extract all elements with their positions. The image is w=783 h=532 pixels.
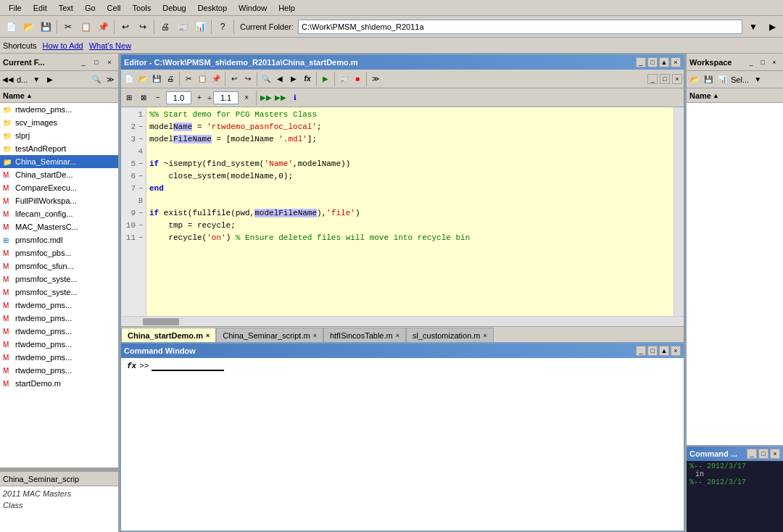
list-item[interactable]: M MAC_MastersC... (0, 220, 118, 233)
whats-new-link[interactable]: What's New (89, 41, 131, 50)
cut-editor-btn[interactable]: ✂ (182, 72, 195, 86)
tab-close-btn[interactable]: × (206, 332, 210, 339)
editor-restore-btn[interactable]: □ (647, 57, 658, 67)
list-item[interactable]: M FullPillWorkspa... (0, 194, 118, 207)
run-btn[interactable]: ▶ (319, 72, 332, 86)
list-item[interactable]: M China_startDe... (0, 168, 118, 181)
copy-editor-btn[interactable]: 📋 (196, 72, 209, 86)
list-item[interactable]: M pmsmfoc_syste... (0, 286, 118, 299)
nav-back-btn[interactable]: ◀◀ (1, 73, 14, 86)
h-scroll-thumb[interactable] (143, 318, 179, 325)
cmd-restore-btn[interactable]: □ (647, 346, 658, 356)
cut-btn[interactable]: ✂ (60, 19, 76, 35)
editor-v-scrollbar[interactable] (674, 107, 684, 316)
menu-edit[interactable]: Edit (28, 2, 53, 14)
save-editor-btn[interactable]: 💾 (150, 72, 163, 86)
list-item[interactable]: M lifecam_config... (0, 207, 118, 220)
undo-btn[interactable]: ↩ (117, 19, 133, 35)
cmd-minimize-btn[interactable]: _ (636, 346, 646, 356)
paste-editor-btn[interactable]: 📌 (210, 72, 223, 86)
back-editor-btn[interactable]: ◀ (273, 72, 286, 86)
workspace-minimize-btn[interactable]: _ (745, 57, 757, 68)
help-icon-btn[interactable]: ? (215, 19, 231, 35)
list-item[interactable]: M rtwdemo_pms... (0, 299, 118, 312)
publish-editor-btn[interactable]: 📰 (337, 72, 350, 86)
new-file-btn[interactable]: 📄 (3, 19, 19, 35)
menu-tools[interactable]: Tools (127, 2, 157, 14)
menu-debug[interactable]: Debug (157, 2, 191, 14)
editor-h-scrollbar[interactable] (121, 316, 684, 326)
open-btn[interactable]: 📂 (20, 19, 36, 35)
cell-info-btn[interactable]: ℹ (289, 91, 302, 104)
list-item[interactable]: M pmsmfoc_sfun... (0, 259, 118, 273)
tab-close-btn[interactable]: × (313, 332, 317, 339)
ch-min-btn[interactable]: _ (747, 449, 757, 459)
cell-run-btn[interactable]: ▶▶ (260, 91, 273, 104)
list-item[interactable]: 📁 testAndReport (0, 142, 118, 155)
cell-run2-btn[interactable]: ▶▶ (274, 91, 287, 104)
more-btn[interactable]: ≫ (369, 72, 382, 86)
toolbar2-btn1[interactable]: ⊞ (123, 91, 136, 104)
list-item[interactable]: M pmsmfoc_pbs... (0, 246, 118, 259)
list-item[interactable]: 📁 scv_images (0, 116, 118, 129)
ws-btn2[interactable]: 💾 (702, 73, 715, 86)
menu-go[interactable]: Go (79, 2, 102, 14)
ch-max-btn[interactable]: □ (758, 449, 768, 459)
copy-btn[interactable]: 📋 (78, 19, 94, 35)
path-browse-btn[interactable]: ▼ (745, 19, 761, 35)
code-content[interactable]: %% Start demo for PCG Masters Class mode… (146, 107, 674, 316)
workspace-close-btn[interactable]: × (768, 57, 780, 68)
editor-tab-1[interactable]: China_startDemo.m × (121, 328, 216, 342)
toolbar2-plus-btn[interactable]: + (193, 91, 206, 104)
save-btn[interactable]: 💾 (38, 19, 54, 35)
paste-btn[interactable]: 📌 (95, 19, 111, 35)
nav-dropdown-btn[interactable]: ▼ (30, 73, 43, 86)
ws-sel-btn[interactable]: ▼ (751, 73, 764, 86)
current-folder-input[interactable] (298, 20, 742, 34)
path-go-btn[interactable]: ▶ (764, 19, 780, 35)
list-item[interactable]: M rtwdemo_pms... (0, 364, 118, 377)
cmd-content[interactable]: fx >> (121, 358, 684, 531)
menu-window[interactable]: Window (233, 2, 273, 14)
cmd-maximize-btn[interactable]: ▲ (659, 346, 669, 356)
toolbar2-btn2[interactable]: ⊠ (137, 91, 150, 104)
list-item[interactable]: M pmsmfoc_syste... (0, 273, 118, 286)
open-editor-btn[interactable]: 📂 (136, 72, 149, 86)
how-to-add-link[interactable]: How to Add (42, 41, 83, 50)
list-item[interactable]: M rtwdemo_pms... (0, 312, 118, 325)
list-item[interactable]: 📁 slprj (0, 129, 118, 142)
list-item[interactable]: M rtwdemo_pms... (0, 338, 118, 351)
publish-btn[interactable]: 📰 (175, 19, 191, 35)
menu-desktop[interactable]: Desktop (192, 2, 233, 14)
find-btn[interactable]: 🔍 (260, 72, 273, 86)
print-btn[interactable]: 🖨 (157, 19, 173, 35)
editor-tab-2[interactable]: China_Seminar_script.m × (216, 328, 323, 342)
workspace-expand-btn[interactable]: □ (757, 57, 768, 68)
editor-maximize-btn[interactable]: ▲ (659, 57, 669, 67)
left-panel-close-btn[interactable]: × (104, 57, 115, 68)
list-item[interactable]: M startDemo.m (0, 377, 118, 390)
editor-close-btn[interactable]: × (671, 57, 681, 67)
ws-btn1[interactable]: 📂 (688, 73, 701, 86)
print-editor-btn[interactable]: 🖨 (164, 72, 177, 86)
zoom-input[interactable] (166, 91, 191, 104)
fx-btn[interactable]: fx (301, 72, 314, 86)
ch-close-btn[interactable]: × (770, 449, 780, 459)
list-item[interactable]: M rtwdemo_pms... (0, 325, 118, 338)
editor-tab-4[interactable]: sl_customization.m × (406, 328, 494, 342)
left-panel-minimize-btn[interactable]: _ (78, 57, 89, 68)
history-btn[interactable]: 📊 (192, 19, 208, 35)
left-panel-expand-btn[interactable]: □ (91, 57, 102, 68)
code-area[interactable]: 1 2− 3− 4 5− 6− 7− 8 9− 10− 11− %% Start… (121, 107, 674, 316)
actions-btn[interactable]: ≫ (104, 73, 117, 86)
menu-text[interactable]: Text (53, 2, 79, 14)
toolbar2-x-btn[interactable]: × (240, 91, 253, 104)
undo-editor-btn[interactable]: ↩ (228, 72, 241, 86)
editor-tb-max-btn[interactable]: □ (660, 74, 670, 84)
forward-editor-btn[interactable]: ▶ (287, 72, 300, 86)
menu-file[interactable]: File (3, 2, 28, 14)
redo-editor-btn[interactable]: ↪ (241, 72, 254, 86)
menu-cell[interactable]: Cell (102, 2, 127, 14)
zoom-input2[interactable] (213, 91, 239, 104)
stop-btn[interactable]: ■ (351, 72, 364, 86)
